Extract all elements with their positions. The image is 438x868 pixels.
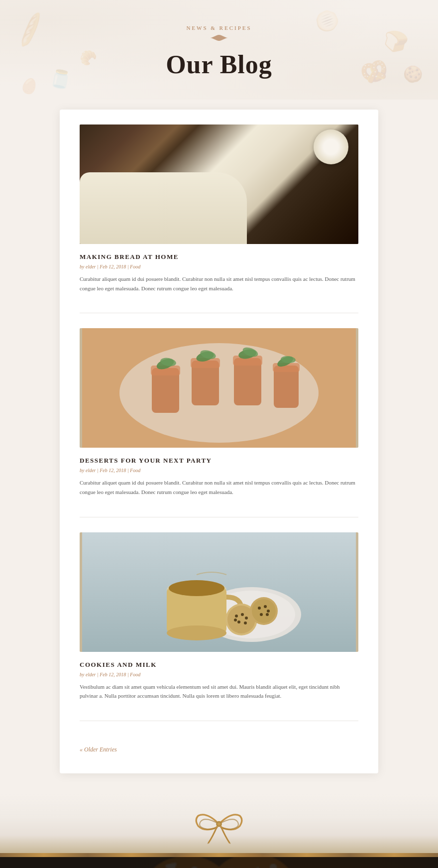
svg-point-25 <box>169 580 224 596</box>
svg-point-28 <box>235 615 238 618</box>
post-1-meta: by elder | Feb 12, 2018 | Food <box>80 264 358 269</box>
blog-header: 🥖 🍞 🫙 🥐 🫓 🥨 🍪 🥚 NEWS & RECIPES Our Blog <box>0 0 438 100</box>
bg-sketch-8: 🥚 <box>17 75 41 98</box>
svg-point-35 <box>252 599 276 623</box>
svg-point-29 <box>241 613 244 616</box>
bg-sketch-6: 🥨 <box>357 55 391 88</box>
post-1-image[interactable] <box>80 124 358 244</box>
desserts-svg <box>80 328 358 448</box>
blog-post-3: COOKIES AND MILK by elder | Feb 12, 2018… <box>80 532 358 701</box>
page-title: Our Blog <box>166 50 272 79</box>
post-3-excerpt: Vestibulum ac diam sit amet quam vehicul… <box>80 682 358 701</box>
divider-2 <box>80 517 358 517</box>
rope-separator <box>0 853 438 857</box>
svg-point-37 <box>264 605 267 608</box>
post-2-excerpt: Curabitur aliquet quam id dui posuere bl… <box>80 478 358 496</box>
svg-point-24 <box>167 625 226 640</box>
svg-point-40 <box>266 613 269 616</box>
blog-post-2: DESSERTS FOR YOUR NEXT PARTY by elder | … <box>80 328 358 496</box>
bg-sketch-1: 🥖 <box>11 10 50 48</box>
svg-point-42 <box>218 822 221 826</box>
svg-point-32 <box>244 621 247 624</box>
svg-point-30 <box>245 617 248 620</box>
blog-card: MAKING BREAD AT HOME by elder | Feb 12, … <box>60 110 378 773</box>
svg-point-39 <box>260 613 263 616</box>
footer-transition <box>0 793 438 853</box>
bg-sketch-2: 🍞 <box>381 27 411 56</box>
post-1-title: MAKING BREAD AT HOME <box>80 253 358 261</box>
bg-sketch-5: 🫓 <box>312 6 342 36</box>
post-3-title: COOKIES AND MILK <box>80 661 358 669</box>
blog-post-1: MAKING BREAD AT HOME by elder | Feb 12, … <box>80 124 358 293</box>
post-2-meta: by elder | Feb 12, 2018 | Food <box>80 468 358 473</box>
post-1-excerpt: Curabitur aliquet quam id dui posuere bl… <box>80 274 358 293</box>
bread-image <box>80 124 358 244</box>
post-2-image[interactable] <box>80 328 358 448</box>
post-3-image[interactable] <box>80 532 358 652</box>
divider-3 <box>80 721 358 721</box>
bow-decoration <box>194 803 244 843</box>
bg-sketch-7: 🍪 <box>402 64 424 84</box>
decorative-divider <box>209 34 229 42</box>
bg-sketch-3: 🫙 <box>48 67 73 91</box>
divider-1 <box>80 313 358 313</box>
svg-point-36 <box>258 607 261 610</box>
bg-sketch-4: 🥐 <box>79 49 98 67</box>
cookies-svg <box>80 532 358 652</box>
svg-point-31 <box>237 620 240 623</box>
older-entries-link[interactable]: « Older Entries <box>80 746 117 753</box>
main-content: MAKING BREAD AT HOME by elder | Feb 12, … <box>0 100 438 793</box>
post-2-title: DESSERTS FOR YOUR NEXT PARTY <box>80 457 358 465</box>
site-footer: 🥨 Open Every Day: Monday-Friday: 6am – 5… <box>0 857 438 868</box>
post-3-meta: by elder | Feb 12, 2018 | Food <box>80 672 358 677</box>
section-label: NEWS & RECIPES <box>186 25 251 31</box>
svg-point-33 <box>234 619 237 621</box>
svg-point-38 <box>267 610 270 613</box>
